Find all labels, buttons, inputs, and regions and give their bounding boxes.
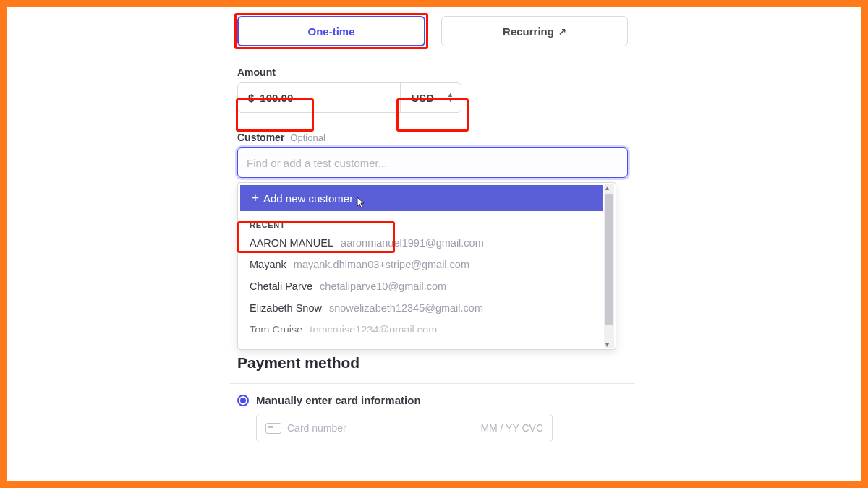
customer-label-row: Customer Optional xyxy=(237,132,628,143)
currency-symbol: $ xyxy=(238,92,260,104)
customer-name: Mayank xyxy=(250,259,286,270)
amount-field: $ USD ▲▼ xyxy=(237,82,461,113)
payment-type-tabs: One-time Recurring ↗ xyxy=(237,16,628,46)
tab-recurring[interactable]: Recurring ↗ xyxy=(441,16,628,46)
customer-email: tomcruise1234@gmail.com xyxy=(310,324,437,332)
customer-item[interactable]: Tom Cruise tomcruise1234@gmail.com xyxy=(238,319,616,332)
customer-email: chetaliparve10@gmail.com xyxy=(320,281,446,292)
customer-search-input[interactable] xyxy=(247,157,618,169)
form-content: One-time Recurring ↗ Amount $ USD ▲▼ Cus… xyxy=(237,16,628,442)
customer-dropdown: + Add new customer RECENT AARON MANUEL a… xyxy=(237,182,616,350)
card-number-placeholder: Card number xyxy=(287,422,475,434)
section-divider xyxy=(230,383,635,384)
card-icon xyxy=(265,423,281,434)
customer-name: Chetali Parve xyxy=(250,281,312,292)
tab-one-time-label: One-time xyxy=(307,25,354,38)
currency-select[interactable]: USD ▲▼ xyxy=(400,83,461,112)
select-chevrons-icon: ▲▼ xyxy=(447,93,454,103)
payment-option-manual-label: Manually enter card information xyxy=(256,394,421,406)
customer-optional-hint: Optional xyxy=(290,132,325,143)
amount-input[interactable] xyxy=(260,92,325,104)
customer-item[interactable]: Mayank mayank.dhiman03+stripe@gmail.com xyxy=(238,254,616,275)
customer-item[interactable]: AARON MANUEL aaronmanuel1991@gmail.com xyxy=(238,232,616,254)
customer-email: aaronmanuel1991@gmail.com xyxy=(341,237,484,249)
radio-selected-icon xyxy=(237,395,249,406)
customer-item[interactable]: Chetali Parve chetaliparve10@gmail.com xyxy=(238,275,616,297)
plus-icon: + xyxy=(252,191,259,205)
card-input-field[interactable]: Card number MM / YY CVC xyxy=(256,414,553,442)
customer-name: AARON MANUEL xyxy=(250,237,333,249)
add-new-customer-label: Add new customer xyxy=(263,192,353,205)
dropdown-section-recent: RECENT xyxy=(238,213,616,232)
payment-method-heading: Payment method xyxy=(237,354,628,372)
cursor-pointer-icon xyxy=(354,197,366,210)
customer-email: snowelizabeth12345@gmail.com xyxy=(329,302,483,314)
customer-name: Tom Cruise xyxy=(250,324,302,332)
external-link-icon: ↗ xyxy=(558,26,566,37)
app-frame: One-time Recurring ↗ Amount $ USD ▲▼ Cus… xyxy=(0,0,868,488)
dropdown-scrollbar[interactable] xyxy=(604,184,614,348)
amount-label: Amount xyxy=(237,67,628,78)
customer-email: mayank.dhiman03+stripe@gmail.com xyxy=(294,259,469,270)
card-expiry-cvc-placeholder: MM / YY CVC xyxy=(480,422,543,434)
currency-value: USD xyxy=(411,92,434,104)
scrollbar-thumb[interactable] xyxy=(605,194,613,325)
customer-item[interactable]: Elizabeth Snow snowelizabeth12345@gmail.… xyxy=(238,297,616,319)
payment-option-manual[interactable]: Manually enter card information xyxy=(237,394,628,406)
customer-label: Customer xyxy=(237,132,284,143)
tab-one-time[interactable]: One-time xyxy=(237,16,425,46)
customer-name: Elizabeth Snow xyxy=(250,302,322,314)
add-new-customer-button[interactable]: + Add new customer xyxy=(240,185,603,211)
customer-search-field[interactable] xyxy=(237,147,628,178)
tab-recurring-label: Recurring xyxy=(503,25,554,38)
